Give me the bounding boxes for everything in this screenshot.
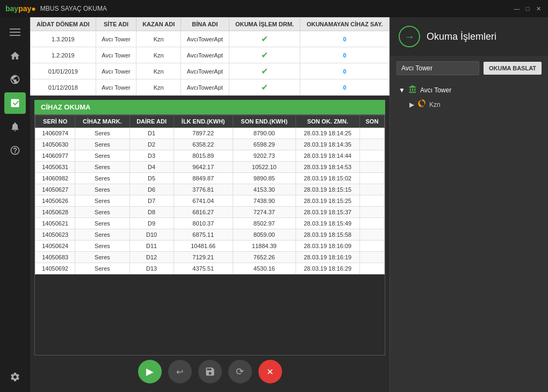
sidebar-item-globe[interactable] [4,69,26,90]
cihaz-table-row[interactable]: 14050683 Seres D12 7129.21 7652.26 28.03… [35,252,385,263]
save-button[interactable] [198,360,222,383]
periods-table: AİDAT DÖNEM ADI SİTE ADI KAZAN ADI BİNA … [30,17,390,96]
minimize-button[interactable]: — [513,4,521,13]
cihaz-table-row[interactable]: 14050631 Seres D4 9642.17 10522.10 28.03… [35,162,385,173]
cihaz-table-row[interactable]: 14050627 Seres D6 3776.81 4153.30 28.03.… [35,184,385,195]
site-dropdown-wrapper[interactable]: Avcı Tower [396,61,479,75]
tree-child-label: Kzn [429,101,441,108]
okuma-baslat-button[interactable]: OKUMA BASLAT [484,62,542,75]
cihaz-col-header: DAİRE ADI [129,115,174,128]
cell-zaman: 28.03.19 18:14:53 [295,162,359,173]
cell-seri: 14050683 [35,252,75,263]
cell-mark: Seres [75,195,129,207]
cell-daire: D6 [129,184,174,195]
sidebar-item-home[interactable] [4,45,26,67]
tree-child-item[interactable]: ▶ Kzn [407,97,542,112]
cell-bina: AvcıTowerApt [181,79,229,96]
cell-son2 [359,195,384,207]
cell-son-end: 4153.30 [233,184,295,195]
cell-son2 [359,252,384,263]
cell-son-end: 7438.90 [233,195,295,207]
titlebar-controls[interactable]: — □ ✕ [513,4,543,13]
cancel-button[interactable]: ✕ [258,360,282,383]
close-window-button[interactable]: ✕ [534,4,543,13]
sidebar-item-help[interactable] [4,140,26,161]
outer-table-section: AİDAT DÖNEM ADI SİTE ADI KAZAN ADI BİNA … [30,17,390,96]
cihaz-table-row[interactable]: 14050624 Seres D11 10481.66 11884.39 28.… [35,241,385,252]
cihaz-table-row[interactable]: 14060982 Seres D5 8849.87 9890.85 28.03.… [35,173,385,184]
cell-son2 [359,128,384,139]
cell-ilk-end: 7129.21 [174,252,233,263]
cell-zaman: 28.03.19 18:16:19 [295,252,359,263]
col-kazan: KAZAN ADI [136,18,181,31]
table-row[interactable]: 01/12/2018 Avcı Tower Kzn AvcıTowerApt ✔… [31,79,390,96]
table-row[interactable]: 01/01/2019 Avcı Tower Kzn AvcıTowerApt ✔… [31,63,390,79]
cell-donem: 01/12/2018 [31,79,96,96]
cell-seri: 14060982 [35,173,75,184]
cell-son2 [359,241,384,252]
cell-ilk-end: 9642.17 [174,162,233,173]
cell-ilk-end: 8010.37 [174,218,233,229]
col-okunamayan: OKUNAMAYAN CİHAZ SAY. [300,18,390,31]
titlebar: baypay● MBUS SAYAÇ OKUMA — □ ✕ [0,0,548,17]
table-row[interactable]: 1.3.2019 Avcı Tower Kzn AvcıTowerApt ✔ 0 [31,31,390,47]
cell-donem: 1.3.2019 [31,31,96,47]
cihaz-table-row[interactable]: 14050692 Seres D13 4375.51 4530.16 28.03… [35,263,385,274]
cell-zaman: 28.03.19 18:14:44 [295,150,359,162]
cell-daire: D11 [129,241,174,252]
tree-child-icon [417,99,426,110]
tree-expand-icon: ▼ [399,86,405,94]
main-content: AİDAT DÖNEM ADI SİTE ADI KAZAN ADI BİNA … [30,17,390,392]
main-layout: AİDAT DÖNEM ADI SİTE ADI KAZAN ADI BİNA … [0,17,548,392]
cell-seri: 14050623 [35,229,75,241]
cihaz-table-row[interactable]: 14050623 Seres D10 6875.11 8059.00 28.03… [35,229,385,241]
svg-rect-0 [10,28,20,30]
sidebar-item-settings[interactable] [4,366,26,388]
site-tree: ▼ Avcı Tower ▶ Kzn [390,81,548,114]
cihaz-table-row[interactable]: 14050626 Seres D7 6741.04 7438.90 28.03.… [35,195,385,207]
cell-mark: Seres [75,139,129,150]
maximize-button[interactable]: □ [523,4,532,13]
site-dropdown[interactable]: Avcı Tower [396,61,479,75]
table-row[interactable]: 1.2.2019 Avcı Tower Kzn AvcıTowerApt ✔ 0 [31,47,390,63]
cell-mark: Seres [75,263,129,274]
app-logo: baypay● [5,4,36,13]
cell-ilk-end: 4375.51 [174,263,233,274]
cihaz-table-row[interactable]: 14050630 Seres D2 6358.22 6598.29 28.03.… [35,139,385,150]
tree-parent-item[interactable]: ▼ Avcı Tower [396,83,542,97]
cell-mark: Seres [75,128,129,139]
cell-ilk-end: 10481.66 [174,241,233,252]
play-button[interactable]: ▶ [138,360,162,383]
cell-ilk-end: 3776.81 [174,184,233,195]
cihaz-col-header: İLK END.(KWH) [174,115,233,128]
cihaz-table-wrapper[interactable]: SERİ NOCİHAZ MARK.DAİRE ADIİLK END.(KWH)… [34,114,385,355]
cihaz-table-row[interactable]: 14060974 Seres D1 7897.22 8790.00 28.03.… [35,128,385,139]
cell-daire: D9 [129,218,174,229]
count-badge: 0 [343,84,346,91]
cell-son2 [359,218,384,229]
cell-status: ✔ [229,63,300,79]
undo-button[interactable]: ↩ [168,360,192,383]
cell-daire: D10 [129,229,174,241]
col-site: SİTE ADI [96,18,136,31]
tree-child-expand-icon: ▶ [409,101,414,108]
sidebar-item-notifications[interactable] [4,116,26,137]
cell-seri: 14060974 [35,128,75,139]
col-donem: AİDAT DÖNEM ADI [31,18,96,31]
checkmark-icon: ✔ [261,34,268,43]
right-panel: → Okuma İşlemleri Avcı Tower OKUMA BASLA… [390,17,548,392]
sidebar [0,17,30,392]
cihaz-table-row[interactable]: 14060977 Seres D3 8015.89 9202.73 28.03.… [35,150,385,162]
cell-son2 [359,263,384,274]
cell-ilk-end: 8015.89 [174,150,233,162]
cell-status: ✔ [229,47,300,63]
refresh-button[interactable]: ⟳ [228,360,252,383]
sidebar-item-menu[interactable] [4,21,26,43]
cell-kazan: Kzn [136,47,181,63]
cihaz-table-row[interactable]: 14050621 Seres D9 8010.37 8502.97 28.03.… [35,218,385,229]
cihaz-table-row[interactable]: 14050628 Seres D8 6816.27 7274.37 28.03.… [35,207,385,218]
cell-zaman: 28.03.19 18:15:02 [295,173,359,184]
sidebar-item-meter[interactable] [4,92,26,114]
cell-donem: 01/01/2019 [31,63,96,79]
cell-son-end: 9890.85 [233,173,295,184]
